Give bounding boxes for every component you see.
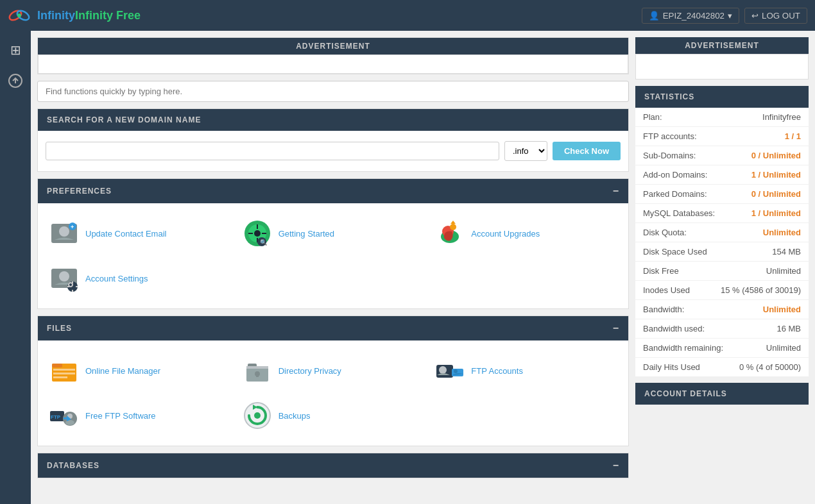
domain-search-header: SEARCH FOR A NEW DOMAIN NAME — [38, 109, 628, 131]
domain-search-title: SEARCH FOR A NEW DOMAIN NAME — [47, 115, 201, 124]
preferences-header[interactable]: PREFERENCES − — [38, 179, 628, 203]
list-item[interactable]: Backups — [239, 396, 427, 435]
svg-rect-31 — [53, 376, 67, 378]
list-item[interactable]: + Update Contact Email — [46, 214, 234, 253]
list-item[interactable]: 🔍 Getting Started — [239, 214, 427, 253]
files-header[interactable]: FILES − — [38, 316, 628, 340]
account-details-title: ACCOUNT DETAILS — [644, 389, 727, 398]
list-item[interactable]: FTP Accounts — [431, 351, 619, 391]
stats-row-bandwidth: Bandwidth: Unlimited — [635, 300, 809, 319]
svg-point-5 — [59, 226, 69, 237]
contact-icon: + — [48, 217, 80, 249]
account-upgrades-link[interactable]: Account Upgrades — [471, 229, 540, 239]
top-navigation: InfinityInfinity Free 👤 EPIZ_24042802 ▾ … — [0, 0, 815, 31]
svg-point-49 — [254, 412, 261, 419]
file-manager-link[interactable]: Online File Manager — [85, 366, 160, 376]
backups-link[interactable]: Backups — [279, 411, 311, 421]
preferences-collapse-button[interactable]: − — [613, 185, 619, 197]
stats-value-plan: Infinityfree — [762, 112, 801, 122]
account-upgrades-icon — [434, 217, 466, 249]
domain-name-input[interactable] — [46, 142, 499, 160]
files-collapse-button[interactable]: − — [613, 323, 619, 334]
preferences-body: + Update Contact Email — [38, 203, 628, 308]
svg-text:FTP: FTP — [51, 414, 61, 420]
svg-rect-39 — [452, 369, 463, 376]
list-item[interactable]: Account Settings — [46, 258, 234, 298]
stats-row-bandwidth-used: Bandwidth used: 16 MB — [635, 319, 809, 339]
domain-search-section: SEARCH FOR A NEW DOMAIN NAME .info .com … — [37, 108, 629, 172]
stats-row-disk-quota: Disk Quota: Unlimited — [635, 223, 809, 242]
stats-value-bandwidth-remaining: Unlimited — [766, 343, 801, 353]
svg-rect-28 — [52, 364, 62, 367]
dropdown-arrow: ▾ — [728, 11, 732, 21]
files-section: FILES − — [37, 315, 629, 446]
contact-email-link[interactable]: Update Contact Email — [85, 229, 166, 239]
stats-label-parked-domains: Parked Domains: — [643, 189, 707, 199]
file-manager-icon — [48, 355, 80, 387]
svg-point-10 — [254, 230, 261, 237]
stats-label-bandwidth: Bandwidth: — [643, 305, 684, 314]
list-item[interactable]: FTP Free FTP Software — [46, 396, 234, 435]
databases-header[interactable]: DATABASES − — [38, 453, 628, 478]
svg-rect-30 — [53, 373, 75, 374]
statistics-section: STATISTICS Plan: Infinityfree FTP accoun… — [635, 86, 809, 376]
brand-logo — [8, 4, 31, 27]
advertisement-header: ADVERTISEMENT — [38, 38, 628, 55]
stats-value-addon-domains: 1 / Unlimited — [751, 170, 801, 180]
account-settings-icon — [48, 262, 80, 294]
stats-label-disk-free: Disk Free — [643, 266, 679, 276]
stats-row-parked-domains: Parked Domains: 0 / Unlimited — [635, 185, 809, 204]
preferences-title: PREFERENCES — [47, 187, 112, 196]
stats-value-subdomains: 0 / Unlimited — [751, 151, 801, 160]
function-search-input[interactable] — [46, 87, 621, 96]
right-panel: ADVERTISEMENT STATISTICS Plan: Infinityf… — [635, 37, 809, 498]
advertisement-section: ADVERTISEMENT — [37, 37, 629, 74]
stats-label-bandwidth-remaining: Bandwidth remaining: — [643, 343, 723, 353]
domain-tld-select[interactable]: .info .com .net .org .co — [504, 141, 547, 161]
logout-label: LOG OUT — [762, 11, 800, 21]
brand-area: InfinityInfinity Free — [8, 4, 141, 27]
right-advertisement-content — [635, 54, 809, 80]
svg-rect-29 — [53, 369, 75, 371]
user-menu-button[interactable]: 👤 EPIZ_24042802 ▾ — [642, 8, 739, 24]
ftp-accounts-icon — [434, 355, 466, 387]
files-grid: Online File Manager — [46, 351, 621, 435]
stats-value-bandwidth-used: 16 MB — [776, 324, 801, 333]
sidebar-upload-button[interactable] — [3, 68, 28, 97]
stats-label-mysql: MySQL Databases: — [643, 208, 715, 218]
list-item[interactable]: Directory Privacy — [239, 351, 427, 391]
directory-privacy-link[interactable]: Directory Privacy — [279, 366, 341, 376]
list-item[interactable]: Account Upgrades — [431, 214, 619, 253]
statistics-body: Plan: Infinityfree FTP accounts: 1 / 1 S… — [635, 108, 809, 376]
function-search-bar[interactable] — [37, 81, 629, 102]
databases-collapse-button[interactable]: − — [613, 460, 619, 471]
stats-label-subdomains: Sub-Domains: — [643, 151, 696, 160]
check-now-button[interactable]: Check Now — [553, 142, 621, 160]
stats-value-parked-domains: 0 / Unlimited — [751, 189, 801, 199]
files-title: FILES — [47, 324, 72, 333]
databases-title: DATABASES — [47, 461, 99, 470]
ftp-accounts-link[interactable]: FTP Accounts — [471, 366, 523, 376]
stats-row-mysql: MySQL Databases: 1 / Unlimited — [635, 204, 809, 223]
stats-row-inodes: Inodes Used 15 % (4586 of 30019) — [635, 281, 809, 300]
account-settings-link[interactable]: Account Settings — [85, 274, 148, 283]
sidebar-grid-button[interactable]: ⊞ — [5, 37, 26, 63]
stats-value-disk-free: Unlimited — [766, 266, 801, 276]
getting-started-link[interactable]: Getting Started — [279, 229, 334, 239]
stats-value-daily-hits: 0 % (4 of 50000) — [739, 362, 801, 372]
stats-row-disk-free: Disk Free Unlimited — [635, 262, 809, 281]
account-details-header: ACCOUNT DETAILS — [635, 383, 809, 405]
stats-value-ftp: 1 / 1 — [785, 131, 801, 141]
user-icon: 👤 — [649, 11, 660, 21]
stats-label-inodes: Inodes Used — [643, 285, 690, 295]
stats-label-ftp: FTP accounts: — [643, 131, 697, 141]
logout-button[interactable]: ↩ LOG OUT — [744, 8, 807, 24]
stats-label-daily-hits: Daily Hits Used — [643, 362, 700, 372]
stats-row-subdomains: Sub-Domains: 0 / Unlimited — [635, 146, 809, 165]
ftp-software-link[interactable]: Free FTP Software — [85, 411, 156, 421]
getting-started-icon: 🔍 — [241, 217, 273, 249]
app-layout: ⊞ ADVERTISEMENT — [0, 31, 815, 504]
list-item[interactable]: Online File Manager — [46, 351, 234, 391]
stats-value-disk-quota: Unlimited — [763, 228, 801, 237]
preferences-grid: + Update Contact Email — [46, 214, 621, 298]
